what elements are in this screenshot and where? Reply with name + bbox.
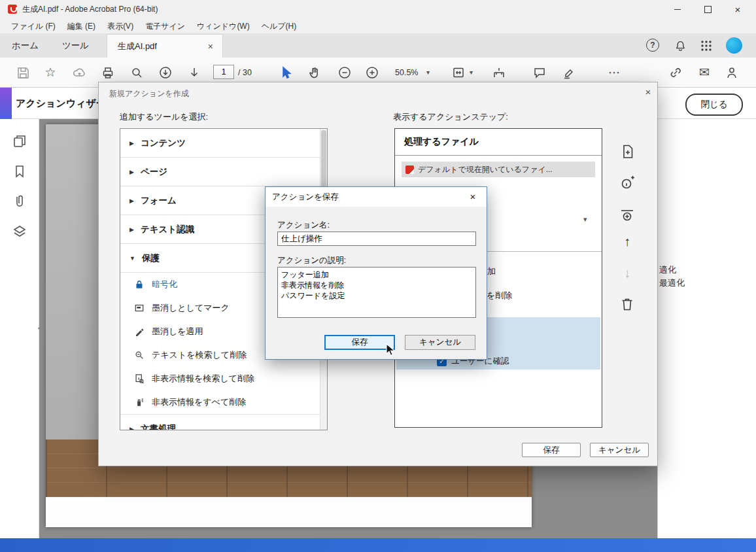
category-label: コンテンツ (141, 137, 186, 149)
scroll-down-icon[interactable] (158, 65, 173, 80)
document-tab[interactable]: 生成AI.pdf × (107, 34, 223, 58)
select-tool-icon[interactable] (279, 65, 293, 80)
category-label: テキスト認識 (141, 224, 194, 235)
action-description-label: アクションの説明: (277, 255, 346, 266)
save-dialog-title: アクションを保存 (272, 187, 339, 207)
right-tools-panel: 適化 最適化 (657, 119, 756, 538)
comment-icon[interactable] (532, 65, 547, 80)
menu-help[interactable]: ヘルプ(H) (256, 18, 303, 34)
default-file-row[interactable]: デフォルトで現在開いているファイ... (402, 162, 595, 177)
chevron-right-icon: ▶ (129, 198, 134, 204)
tools-panel-item[interactable]: 適化 (659, 264, 676, 276)
action-steps-label: 表示するアクションステップ: (393, 111, 508, 123)
save-dialog-close-icon[interactable]: × (464, 190, 481, 204)
screen: 生成AI.pdf - Adobe Acrobat Pro (64-bit) × … (0, 0, 756, 552)
chevron-right-icon: ▶ (129, 140, 134, 147)
mail-icon[interactable]: ✉ (697, 65, 712, 80)
add-files-button[interactable] (619, 143, 636, 160)
menu-view[interactable]: 表示(V) (101, 18, 139, 34)
notifications-button[interactable] (674, 39, 688, 54)
move-up-button[interactable]: ↑ (619, 233, 636, 250)
zoom-in-icon[interactable] (365, 65, 379, 80)
highlighter-icon[interactable] (561, 65, 576, 80)
tools-panel-item[interactable]: 最適化 (659, 277, 685, 289)
link-icon[interactable] (668, 65, 683, 80)
move-down-button[interactable]: ↓ (619, 264, 636, 281)
select-tools-label: 追加するツールを選択: (120, 111, 208, 123)
tab-tools[interactable]: ツール (62, 34, 89, 58)
layers-icon[interactable] (12, 224, 27, 239)
maximize-button[interactable] (693, 0, 722, 18)
save-icon[interactable] (16, 65, 30, 80)
next-page-icon[interactable] (187, 65, 201, 80)
dialog-cancel-button[interactable]: キャンセル (590, 443, 649, 457)
zoom-out-icon[interactable] (337, 65, 352, 80)
scrollbar-thumb[interactable] (321, 130, 326, 190)
help-button[interactable]: ? (646, 39, 661, 53)
dialog-save-button[interactable]: 保存 (522, 443, 581, 457)
redact-apply-icon (133, 326, 145, 337)
tool-remove-all-hidden-info[interactable]: 非表示情報をすべて削除 (120, 390, 320, 414)
pdf-file-icon (405, 165, 414, 174)
chevron-right-icon: ▶ (129, 426, 134, 431)
tool-label: 非表示情報をすべて削除 (152, 396, 246, 408)
tab-close-icon[interactable]: × (205, 41, 216, 52)
category-document-processing[interactable]: ▶ 文書処理 (120, 415, 320, 430)
fit-page-icon[interactable] (451, 65, 466, 80)
fit-page-caret-icon[interactable]: ▾ (470, 69, 473, 76)
attachments-icon[interactable] (12, 194, 27, 209)
file-options-caret-icon[interactable]: ▾ (583, 215, 587, 224)
files-to-process-header: 処理するファイル (404, 136, 479, 148)
divider (395, 155, 602, 156)
tab-home[interactable]: ホーム (12, 34, 39, 58)
mouse-cursor (383, 343, 398, 357)
find-hidden-info-icon (133, 373, 145, 385)
action-description-textarea[interactable]: フッター追加 非表示情報を削除 パスワードを設定 (277, 267, 476, 318)
cancel-button[interactable]: キャンセル (405, 335, 475, 350)
page-thumbnails-icon[interactable] (12, 133, 27, 149)
minimize-button[interactable] (663, 0, 692, 18)
window-close-button[interactable]: × (723, 0, 752, 18)
category-label: ページ (141, 166, 167, 178)
action-wizard-close-button[interactable]: 閉じる (685, 94, 743, 116)
page-number-input[interactable] (213, 65, 234, 79)
add-instruction-button[interactable] (619, 175, 636, 192)
category-label: 保護 (142, 252, 160, 264)
menu-window[interactable]: ウィンドウ(W) (191, 18, 256, 34)
desktop-wallpaper (0, 538, 756, 552)
save-action-dialog: アクションを保存 × アクション名: アクションの説明: フッター追加 非表示情… (265, 186, 487, 360)
action-name-input[interactable] (277, 232, 476, 246)
search-icon[interactable] (129, 65, 144, 80)
hand-tool-icon[interactable] (307, 65, 322, 80)
lock-icon (133, 279, 145, 290)
zoom-caret-icon[interactable]: ▾ (426, 69, 430, 76)
category-label: 文書処理 (141, 423, 176, 431)
page-margin (46, 497, 532, 527)
user-avatar[interactable] (726, 37, 742, 54)
apps-grid-button[interactable] (700, 39, 714, 54)
menu-esign[interactable]: 電子サイン (139, 18, 191, 34)
bookmarks-icon[interactable] (12, 164, 27, 179)
more-tools-icon[interactable]: ⋯ (608, 65, 623, 80)
delete-step-button[interactable] (619, 296, 636, 313)
add-divider-button[interactable] (619, 206, 636, 223)
category-content[interactable]: ▶ コンテンツ (120, 129, 320, 158)
document-tab-label: 生成AI.pdf (118, 41, 205, 52)
bell-icon (674, 39, 687, 52)
chevron-right-icon: ▶ (129, 169, 134, 175)
chevron-right-icon: ▶ (129, 226, 134, 233)
star-icon[interactable]: ☆ (43, 65, 58, 80)
tool-find-hidden-info[interactable]: 非表示情報を検索して削除 (120, 367, 320, 390)
remove-hidden-info-icon (133, 396, 145, 408)
print-icon[interactable] (101, 65, 115, 80)
share-icon[interactable] (72, 65, 86, 80)
left-navigation-rail (0, 119, 39, 538)
category-pages[interactable]: ▶ ページ (120, 158, 320, 186)
menu-edit[interactable]: 編集 (E) (61, 18, 101, 34)
dialog-close-icon[interactable]: × (642, 86, 655, 99)
menu-file[interactable]: ファイル (F) (5, 18, 61, 34)
tab-bar: ホーム ツール 生成AI.pdf × ? (0, 34, 756, 58)
measure-icon[interactable] (492, 65, 506, 80)
sign-person-icon[interactable] (725, 65, 739, 80)
category-label: フォーム (141, 195, 177, 207)
